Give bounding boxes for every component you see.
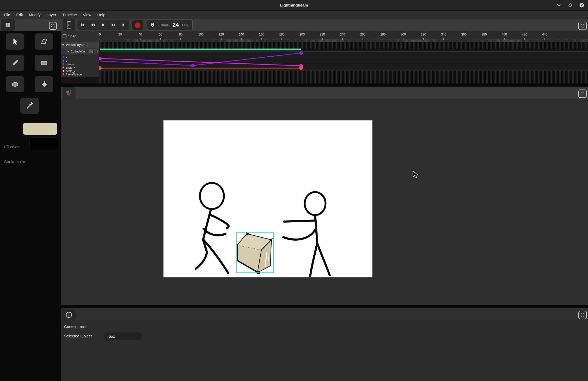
selected-object-field[interactable]: box [104, 332, 142, 340]
ruler-tick [100, 38, 100, 40]
record-button[interactable] [132, 20, 143, 30]
menubar: FileEditModifyLayerTimelineViewHelp [0, 11, 588, 19]
titlebar: Lightningbeam [0, 0, 588, 11]
ruler-label-240: 240 [340, 33, 345, 36]
canvas-expand-button[interactable] [578, 90, 587, 98]
select-tool-button[interactable] [6, 33, 24, 50]
inspector-expand-button[interactable] [578, 311, 587, 319]
ruler-tick [140, 38, 140, 40]
playback-controls [77, 20, 129, 30]
timeline-tracks: VectorLayer [L] 151ad70a... ~ xyrotation… [61, 42, 588, 84]
ruler-label-420: 420 [522, 33, 527, 36]
menu-item-modify[interactable]: Modify [28, 12, 41, 17]
frame-fps-box: 6 FRAME 24 FPS [147, 19, 193, 31]
panel-grid-button[interactable] [1, 19, 15, 31]
property-row-scale_x[interactable]: scale_x [61, 66, 99, 69]
inspector-panel: Context: root Selected Object box [61, 308, 588, 381]
snap-label: Snap [68, 34, 76, 38]
property-row-scale_y[interactable]: scale_y [61, 69, 99, 73]
property-name: x [66, 56, 67, 59]
ruler-tick [383, 38, 383, 40]
ruler-label-100: 100 [198, 33, 204, 36]
property-row-x[interactable]: x [61, 56, 99, 59]
close-button[interactable] [579, 3, 584, 8]
ruler-label-200: 200 [299, 33, 305, 36]
track-zone[interactable] [99, 42, 588, 84]
play-button[interactable] [98, 20, 109, 30]
fast-forward-button[interactable] [108, 20, 119, 30]
eyedropper-icon [26, 102, 34, 110]
object-row[interactable]: 151ad70a... ~ [61, 48, 99, 55]
ellipse-tool-button[interactable] [6, 76, 24, 92]
property-row-y[interactable]: y [61, 59, 99, 62]
ruler-tick [524, 38, 525, 40]
menu-item-layer[interactable]: Layer [46, 12, 57, 17]
menu-item-file[interactable]: File [3, 12, 11, 17]
menu-item-timeline[interactable]: Timeline [62, 12, 78, 17]
canvas-panel [61, 87, 588, 305]
ruler-tick [484, 38, 484, 40]
timeline-panel: 6 FRAME 24 FPS Snap 02040608010012014016… [61, 19, 588, 84]
paint-bucket-tool-button[interactable] [35, 76, 53, 92]
object-modifier-button[interactable]: ~ [94, 50, 97, 53]
window-controls [556, 0, 584, 10]
box-object[interactable] [236, 232, 273, 274]
collapse-triangle-icon[interactable] [67, 51, 70, 52]
play-icon [101, 22, 106, 27]
ruler-label-440: 440 [542, 33, 547, 36]
canvas-tools-button[interactable] [63, 87, 76, 99]
timeline-ruler[interactable]: Snap 02040608010012014016018020022024026… [61, 31, 588, 42]
ruler-label-400: 400 [502, 33, 507, 36]
pencil-tool-button[interactable] [6, 55, 24, 71]
ruler-label-320: 320 [421, 33, 426, 36]
menu-item-help[interactable]: Help [96, 12, 106, 17]
chevron-down-icon [556, 3, 561, 8]
collapse-triangle-icon[interactable] [62, 44, 64, 46]
ruler-label-160: 160 [259, 33, 264, 36]
transform-tool-button[interactable] [35, 33, 53, 50]
rectangle-tool-button[interactable] [35, 55, 53, 71]
ruler-label-180: 180 [279, 33, 284, 36]
film-button[interactable] [63, 19, 75, 31]
skip-start-button[interactable] [77, 20, 88, 30]
property-color-dot [63, 63, 64, 65]
layer-row-vectorlayer[interactable]: VectorLayer [L] [61, 42, 99, 48]
rewind-button[interactable] [88, 20, 98, 30]
ruler-label-60: 60 [159, 33, 162, 36]
menu-item-edit[interactable]: Edit [15, 12, 24, 17]
property-row-rotation[interactable]: rotation [61, 62, 99, 66]
canvas-header [61, 87, 588, 99]
timeline-expand-button[interactable] [578, 22, 587, 30]
snap-checkbox[interactable] [63, 34, 66, 38]
menu-item-view[interactable]: View [82, 12, 92, 17]
window-title: Lightningbeam [0, 0, 588, 10]
inspector-header [61, 308, 588, 320]
info-button[interactable] [62, 309, 76, 320]
layer-extent-bar[interactable] [100, 49, 301, 50]
minimize-button[interactable] [556, 3, 561, 8]
property-color-dot [63, 67, 64, 68]
frame-cells-top [99, 42, 588, 49]
mouse-cursor-icon [413, 171, 418, 178]
transform-icon [40, 38, 48, 45]
object-visibility-button[interactable] [89, 50, 93, 53]
property-row-frameNumber[interactable]: frameNumber [61, 73, 99, 76]
fill-color-swatch[interactable] [23, 123, 57, 135]
property-color-dot [63, 60, 64, 62]
stick-figure-left[interactable] [196, 183, 229, 273]
ruler-tick [180, 38, 181, 40]
eyedropper-tool-button[interactable] [20, 98, 39, 114]
ruler-label-120: 120 [219, 33, 224, 36]
ruler-tick [363, 38, 363, 40]
film-strip-icon [66, 21, 72, 29]
pencil-icon [11, 59, 19, 67]
maximize-button[interactable] [568, 3, 573, 8]
stick-figure-right[interactable] [283, 192, 330, 277]
animation-stage[interactable] [164, 121, 372, 277]
ellipse-icon [11, 80, 19, 88]
tools-expand-button[interactable] [49, 22, 57, 30]
skip-end-button[interactable] [119, 20, 129, 30]
select-icon [11, 38, 19, 45]
ruler-minor-ticks [100, 39, 588, 42]
stroke-color-swatch[interactable] [29, 138, 57, 150]
